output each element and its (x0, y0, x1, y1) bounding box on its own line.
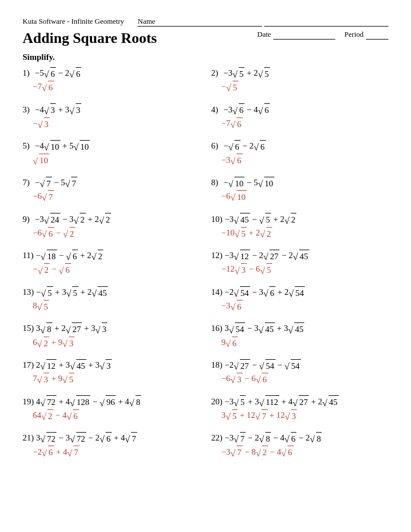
problem-question-8: 8) −√10 − 5√10 (211, 176, 388, 190)
problem-block-5: 5) −4√10 + 5√10√10 (23, 139, 200, 167)
problem-block-21: 21) 3√72 − 3√72 − 2√6 + 4√7−2√6 + 4√7 (23, 431, 200, 459)
problem-question-7: 7) −√7 − 5√7 (23, 176, 200, 190)
problem-answer-5: √10 (33, 154, 200, 167)
problem-answer-17: 7√3 + 9√5 (33, 372, 200, 386)
problem-answer-12: −12√3 − 6√5 (221, 263, 388, 276)
problem-block-9: 9) −3√24 − 3√2 + 2√2−6√6 − √2 (23, 213, 200, 241)
problem-block-1: 1) −5√6 − 2√6−7√6 (23, 67, 200, 94)
problem-answer-20: 3√5 + 12√7 + 12√3 (221, 409, 388, 422)
problem-block-6: 6) −√6 − 2√6−3√6 (211, 139, 388, 167)
problem-block-7: 7) −√7 − 5√7−6√7 (23, 176, 200, 204)
problem-question-21: 21) 3√72 − 3√72 − 2√6 + 4√7 (23, 431, 200, 445)
problem-question-10: 10) −3√45 − √5 + 2√2 (211, 213, 388, 226)
problem-block-17: 17) 2√12 + 3√45 + 3√37√3 + 9√5 (23, 359, 200, 386)
problem-block-19: 19) 4√72 + 4√128 − √96 + 4√864√2 − 4√6 (23, 395, 200, 423)
page-title: Adding Square Roots (23, 30, 157, 47)
problem-question-4: 4) −3√6 − 4√6 (211, 103, 388, 117)
problem-question-16: 16) 3√54 − 3√45 + 3√45 (211, 322, 388, 335)
date-period: Date Period (257, 30, 389, 40)
problem-answer-7: −6√7 (33, 190, 200, 203)
problem-block-3: 3) −4√3 + 3√3−√3 (23, 103, 200, 131)
name-field: Name (135, 17, 388, 27)
problem-answer-16: 9√6 (221, 336, 388, 350)
problem-question-13: 13) −√5 + 3√5 + 2√45 (23, 286, 200, 299)
problem-block-13: 13) −√5 + 3√5 + 2√458√5 (23, 286, 200, 313)
problem-block-15: 15) 3√8 + 2√27 + 3√36√2 + 9√3 (23, 322, 200, 350)
problem-block-20: 20) −3√5 + 3√112 + 4√27 + 2√453√5 + 12√7… (211, 395, 388, 423)
header-top: Kuta Software - Infinite Geometry Name (23, 17, 388, 27)
problem-block-16: 16) 3√54 − 3√45 + 3√459√6 (211, 322, 388, 350)
problem-question-14: 14) −2√54 − 3√6 + 2√54 (211, 286, 388, 299)
problem-answer-14: −3√6 (221, 299, 388, 313)
problem-answer-19: 64√2 − 4√6 (33, 409, 200, 422)
problem-question-18: 18) −2√27 − √54 − √54 (211, 359, 388, 372)
problem-answer-21: −2√6 + 4√7 (33, 446, 200, 459)
problem-question-2: 2) −3√5 + 2√5 (211, 67, 388, 80)
date-label: Date (257, 30, 336, 40)
problem-answer-9: −6√6 − √2 (33, 226, 200, 240)
problem-block-11: 11) −√18 − √6 + 2√2−√2 − √6 (23, 249, 200, 277)
problem-answer-6: −3√6 (221, 154, 388, 167)
problem-block-8: 8) −√10 − 5√10−6√10 (211, 176, 388, 204)
header-second: Adding Square Roots Date Period (23, 30, 388, 47)
period-label: Period (344, 30, 388, 40)
problem-question-6: 6) −√6 − 2√6 (211, 139, 388, 153)
problem-block-12: 12) −3√12 − 2√27 − 2√45−12√3 − 6√5 (211, 249, 388, 277)
problem-question-5: 5) −4√10 + 5√10 (23, 139, 200, 153)
problem-answer-10: −10√5 + 2√2 (221, 226, 388, 240)
problem-question-22: 22) −3√7 − 2√8 − 4√6 − 2√8 (211, 431, 388, 445)
software-name: Kuta Software - Infinite Geometry (23, 17, 124, 26)
problem-question-19: 19) 4√72 + 4√128 − √96 + 4√8 (23, 395, 200, 409)
problem-block-18: 18) −2√27 − √54 − √54−6√3 − 6√6 (211, 359, 388, 386)
problem-block-14: 14) −2√54 − 3√6 + 2√54−3√6 (211, 286, 388, 313)
problem-answer-1: −7√6 (33, 80, 200, 94)
simplify-label: Simplify. (23, 53, 388, 62)
problem-block-2: 2) −3√5 + 2√5−√5 (211, 67, 388, 94)
problem-question-9: 9) −3√24 − 3√2 + 2√2 (23, 213, 200, 226)
problem-answer-22: −3√7 − 8√2 − 4√6 (221, 446, 388, 459)
problem-answer-18: −6√3 − 6√6 (221, 372, 388, 386)
problem-question-3: 3) −4√3 + 3√3 (23, 103, 200, 117)
problem-answer-4: −7√6 (221, 117, 388, 130)
problem-answer-2: −√5 (221, 80, 388, 94)
problem-block-4: 4) −3√6 − 4√6−7√6 (211, 103, 388, 131)
problem-answer-3: −√3 (33, 117, 200, 130)
problem-block-22: 22) −3√7 − 2√8 − 4√6 − 2√8−3√7 − 8√2 − 4… (211, 431, 388, 459)
problem-block-10: 10) −3√45 − √5 + 2√2−10√5 + 2√2 (211, 213, 388, 241)
problem-answer-15: 6√2 + 9√3 (33, 336, 200, 350)
problem-question-11: 11) −√18 − √6 + 2√2 (23, 249, 200, 263)
problem-question-1: 1) −5√6 − 2√6 (23, 67, 200, 80)
problem-question-20: 20) −3√5 + 3√112 + 4√27 + 2√45 (211, 395, 388, 409)
problem-answer-11: −√2 − √6 (33, 263, 200, 276)
problem-question-12: 12) −3√12 − 2√27 − 2√45 (211, 249, 388, 263)
problem-question-17: 17) 2√12 + 3√45 + 3√3 (23, 359, 200, 372)
problem-answer-13: 8√5 (33, 299, 200, 313)
problems-grid: 1) −5√6 − 2√6−7√62) −3√5 + 2√5−√53) −4√3… (23, 67, 388, 468)
problem-answer-8: −6√10 (221, 190, 388, 203)
problem-question-15: 15) 3√8 + 2√27 + 3√3 (23, 322, 200, 335)
